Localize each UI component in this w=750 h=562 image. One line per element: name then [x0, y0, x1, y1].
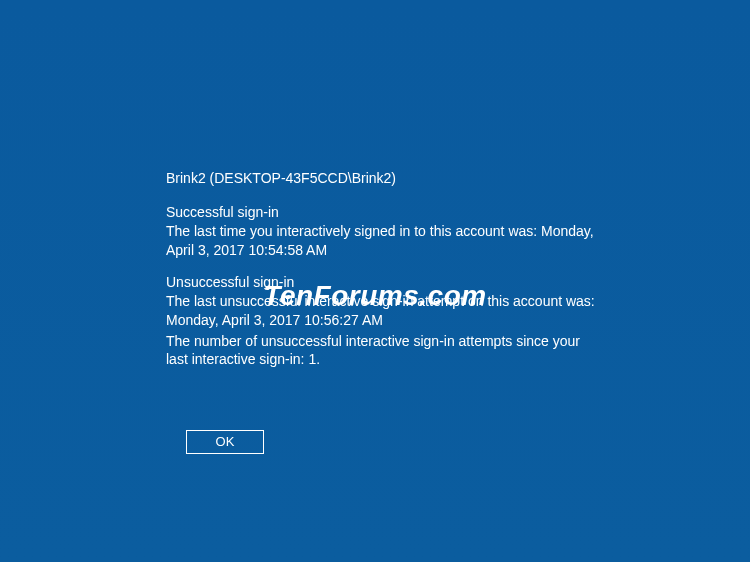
- account-name: Brink2 (DESKTOP-43F5CCD\Brink2): [166, 170, 596, 186]
- unsuccessful-signin-header: Unsuccessful sign-in: [166, 274, 596, 290]
- signin-info-panel: Brink2 (DESKTOP-43F5CCD\Brink2) Successf…: [166, 170, 596, 383]
- unsuccessful-signin-count-text: The number of unsuccessful interactive s…: [166, 332, 596, 370]
- unsuccessful-signin-attempt-text: The last unsuccessful interactive sign-i…: [166, 292, 596, 330]
- ok-button[interactable]: OK: [186, 430, 264, 454]
- successful-signin-header: Successful sign-in: [166, 204, 596, 220]
- successful-signin-text: The last time you interactively signed i…: [166, 222, 596, 260]
